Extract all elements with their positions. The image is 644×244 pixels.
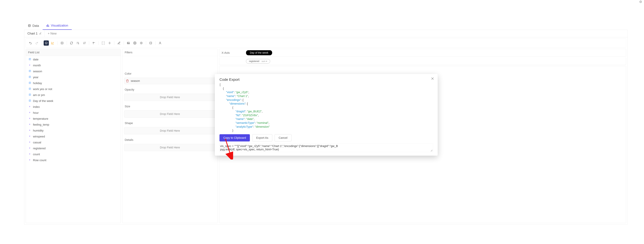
shape-drop[interactable]: Drop Field Here: [124, 127, 216, 134]
nominal-icon: [28, 88, 31, 91]
svg-text:#: #: [29, 106, 30, 108]
chart-tab-1[interactable]: Chart 1: [24, 30, 45, 37]
svg-text:#: #: [29, 112, 30, 113]
field-item[interactable]: #registered: [26, 146, 120, 151]
field-item-label: feeling_temp: [33, 123, 49, 126]
undo-button[interactable]: [28, 40, 33, 46]
field-item[interactable]: #temperature: [26, 116, 120, 122]
transpose-button[interactable]: [91, 40, 96, 46]
field-item-label: Row count: [33, 158, 46, 162]
quantitative-icon: #: [28, 158, 31, 162]
modal-title: Code Export: [220, 78, 433, 82]
field-item[interactable]: work yes or not: [26, 86, 120, 92]
cancel-button[interactable]: Cancel: [274, 134, 291, 142]
svg-text:#: #: [29, 117, 30, 119]
shape-header: Shape: [122, 120, 218, 127]
field-item-label: hour: [33, 111, 39, 114]
coord-button[interactable]: [107, 40, 112, 46]
sort-desc-button[interactable]: [82, 40, 87, 46]
opacity-drop[interactable]: Drop Field Here: [124, 94, 216, 101]
color-header: Color: [122, 70, 218, 77]
field-item-label: registered: [33, 147, 46, 150]
sort-asc-button[interactable]: [75, 40, 80, 46]
x-axis-row[interactable]: X-Axis Day of the week: [219, 49, 626, 57]
y-axis-row[interactable]: registered sum ▾: [219, 58, 626, 65]
svg-rect-9: [48, 26, 49, 26]
field-item-label: temperature: [33, 117, 48, 120]
code-export-button[interactable]: [148, 40, 153, 46]
tab-visualization[interactable]: Visualization: [43, 22, 72, 30]
color-pill-label: season: [131, 79, 140, 82]
field-item[interactable]: holiday: [26, 80, 120, 86]
layout-button[interactable]: [100, 40, 106, 46]
color-encoding-pill[interactable]: season: [124, 78, 216, 84]
svg-point-20: [134, 43, 135, 44]
field-item-label: humidity: [33, 129, 44, 132]
field-item-label: winspeed: [33, 135, 45, 138]
export-as-button[interactable]: Export As: [252, 134, 272, 142]
tab-data[interactable]: Data: [24, 22, 43, 30]
field-item[interactable]: #month: [26, 62, 120, 68]
field-item[interactable]: #hour: [26, 110, 120, 116]
field-item[interactable]: Day of the week: [26, 98, 120, 104]
nominal-icon: [28, 76, 31, 79]
x-axis-pill[interactable]: Day of the week: [246, 50, 272, 55]
field-list-header: Field List: [26, 49, 120, 56]
svg-text:#: #: [29, 147, 30, 149]
details-header: Details: [122, 136, 218, 144]
close-icon[interactable]: [431, 77, 434, 80]
redo-button[interactable]: [34, 40, 40, 46]
field-item[interactable]: #index: [26, 104, 120, 110]
trash-icon[interactable]: [126, 79, 129, 83]
new-chart-tab[interactable]: + New: [45, 30, 60, 37]
size-header: Size: [122, 103, 218, 110]
field-item[interactable]: #feeling_temp: [26, 122, 120, 128]
field-item[interactable]: date: [26, 56, 120, 62]
quantitative-icon: #: [28, 111, 31, 114]
field-item[interactable]: #winspeed: [26, 134, 120, 140]
filters-header: Filters: [122, 49, 218, 56]
field-item[interactable]: season: [26, 68, 120, 74]
svg-point-6: [28, 24, 30, 25]
field-item-label: index: [33, 105, 40, 108]
svg-text:#: #: [29, 135, 30, 137]
field-item[interactable]: #humidity: [26, 128, 120, 134]
field-item[interactable]: year: [26, 74, 120, 80]
quantitative-icon: #: [28, 117, 31, 120]
debug-button[interactable]: [116, 40, 122, 46]
field-item[interactable]: am or pm: [26, 92, 120, 98]
field-item[interactable]: #casual: [26, 140, 120, 146]
refresh-button[interactable]: [69, 40, 74, 46]
tab-visualization-label: Visualization: [51, 24, 68, 27]
edit-icon[interactable]: [39, 32, 42, 35]
export-image-button[interactable]: [126, 40, 131, 46]
quantitative-icon: #: [28, 147, 31, 150]
svg-text:#: #: [29, 141, 30, 143]
aggregation-button[interactable]: [44, 40, 49, 46]
details-drop[interactable]: Drop Field Here: [124, 144, 216, 151]
field-item[interactable]: #Row count: [26, 157, 120, 163]
config-button[interactable]: [132, 40, 138, 46]
nominal-icon: [28, 58, 31, 61]
size-drop[interactable]: Drop Field Here: [124, 110, 216, 118]
encodings-panel: Filters Color season Opacity Drop Field …: [122, 49, 218, 223]
output-textarea[interactable]: vis_spec = """[{"visId":"gw_rZy5","name"…: [220, 144, 433, 152]
copy-to-clipboard-button[interactable]: Copy to Clipboard: [220, 134, 250, 142]
nominal-icon: [28, 99, 31, 103]
svg-rect-7: [47, 25, 47, 26]
mark-type-button[interactable]: [50, 40, 55, 46]
y-axis-pill[interactable]: registered sum ▾: [246, 59, 270, 64]
info-icon[interactable]: [639, 0, 642, 4]
field-item[interactable]: #count: [26, 151, 120, 157]
user-icon[interactable]: [158, 40, 163, 46]
svg-text:#: #: [29, 153, 30, 155]
field-item-label: month: [33, 64, 41, 67]
chart-tab-bar: Chart 1 + New: [24, 30, 628, 37]
stack-button[interactable]: [60, 40, 65, 46]
settings-button[interactable]: [139, 40, 144, 46]
svg-point-12: [93, 42, 94, 43]
quantitative-icon: #: [28, 135, 31, 138]
svg-text:#: #: [29, 129, 30, 131]
code-block[interactable]: [ { "visId": "gw_rZy5", "name": "Chart 1…: [220, 83, 433, 132]
svg-rect-8: [48, 24, 48, 26]
